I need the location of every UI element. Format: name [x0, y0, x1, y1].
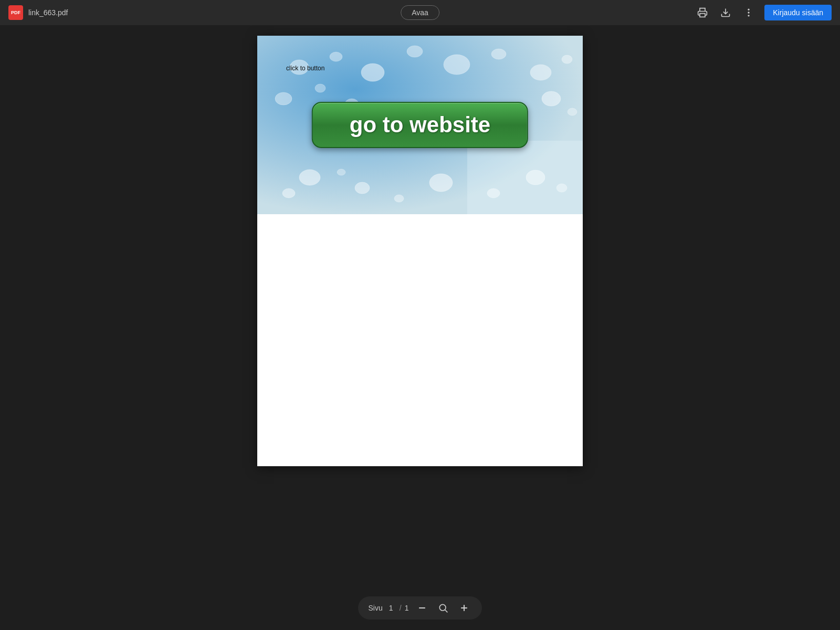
svg-point-11	[491, 49, 506, 59]
page-separator: /	[400, 604, 402, 612]
toolbar-right: Kirjaudu sisään	[695, 5, 832, 20]
svg-point-12	[530, 65, 551, 80]
svg-point-19	[299, 170, 320, 185]
page-info: Sivu / 1	[369, 604, 409, 612]
pdf-image-area: click to button go to website	[257, 36, 583, 214]
svg-point-3	[748, 12, 750, 13]
svg-point-2	[748, 9, 750, 10]
svg-point-27	[337, 169, 345, 175]
svg-line-31	[445, 610, 448, 613]
svg-point-21	[429, 174, 453, 192]
pdf-icon-label: PDF	[11, 10, 20, 15]
svg-point-17	[542, 91, 561, 106]
svg-point-7	[330, 52, 342, 61]
more-options-button[interactable]	[741, 5, 756, 20]
current-page-input[interactable]	[386, 604, 396, 612]
svg-point-9	[407, 46, 423, 57]
svg-point-8	[361, 64, 384, 81]
toolbar: PDF link_663.pdf Avaa	[0, 0, 840, 25]
svg-rect-0	[700, 14, 705, 17]
pagination-controls: Sivu / 1	[358, 596, 482, 620]
toolbar-left: PDF link_663.pdf	[8, 5, 68, 20]
svg-point-20	[355, 182, 370, 194]
svg-point-4	[748, 15, 750, 16]
total-pages: 1	[405, 604, 409, 612]
toolbar-center: Avaa	[401, 5, 439, 20]
sivu-label: Sivu	[369, 604, 383, 612]
svg-point-26	[394, 195, 404, 202]
svg-point-25	[282, 188, 295, 198]
svg-point-30	[440, 604, 446, 611]
sign-in-button[interactable]: Kirjaudu sisään	[764, 5, 832, 20]
zoom-search-button[interactable]	[436, 601, 450, 615]
main-content: click to button go to website	[0, 25, 840, 588]
svg-point-13	[562, 55, 572, 64]
zoom-out-button[interactable]	[415, 601, 429, 615]
pagination-bar: Sivu / 1	[0, 588, 840, 630]
svg-point-10	[444, 55, 470, 75]
svg-point-15	[315, 84, 326, 92]
pdf-white-area	[257, 214, 583, 466]
click-to-button-label: click to button	[286, 65, 324, 72]
open-button[interactable]: Avaa	[401, 5, 439, 20]
print-button[interactable]	[695, 5, 710, 20]
svg-point-18	[568, 108, 577, 116]
svg-rect-28	[467, 141, 583, 214]
svg-point-14	[275, 92, 292, 105]
download-button[interactable]	[718, 5, 733, 20]
pdf-file-icon: PDF	[8, 5, 23, 20]
pdf-page: click to button go to website	[257, 36, 583, 466]
go-to-website-button[interactable]: go to website	[312, 102, 528, 148]
zoom-in-button[interactable]	[457, 601, 471, 615]
file-name: link_663.pdf	[28, 8, 68, 17]
